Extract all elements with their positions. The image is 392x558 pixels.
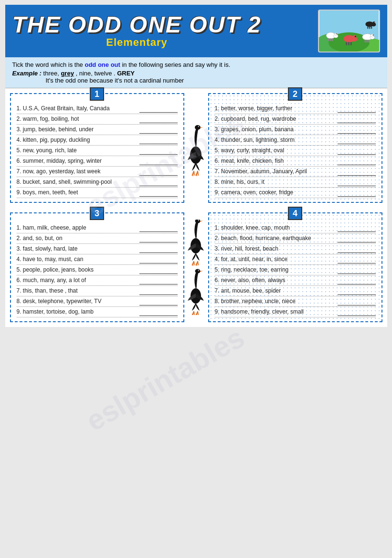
top-row: 1 1. U.S.A, Great Britain, Italy, Canada… <box>5 88 387 208</box>
answer-line[interactable] <box>139 225 178 232</box>
svg-point-39 <box>199 220 199 221</box>
answer-line[interactable] <box>139 179 178 186</box>
answer-line[interactable] <box>338 179 376 186</box>
answer-line[interactable] <box>338 225 376 232</box>
instruction-text2: in the following series and say why it i… <box>120 61 231 68</box>
answer-line[interactable] <box>338 106 376 113</box>
svg-rect-14 <box>350 42 351 45</box>
subtitle: Elementary <box>12 36 262 49</box>
exercise-4-box: 4 1. shoulder, knee, cap, mouth 2. beach… <box>208 212 382 322</box>
list-item: 6. never, also, often, always <box>215 275 376 286</box>
svg-rect-27 <box>369 26 370 29</box>
list-item: 3. jump, beside, behind, under <box>17 125 178 135</box>
list-item: 1. shoulder, knee, cap, mouth <box>215 223 376 233</box>
svg-point-31 <box>374 22 375 23</box>
svg-rect-28 <box>371 26 371 29</box>
answer-line[interactable] <box>139 127 178 134</box>
answer-line[interactable] <box>338 257 376 263</box>
list-item: 8. mine, his, ours, it <box>215 177 376 188</box>
answer-line[interactable] <box>139 288 178 295</box>
answer-line[interactable] <box>338 236 376 242</box>
list-item: 6. summer, midday, spring, winter <box>17 156 178 167</box>
bird-svg-bottom1 <box>185 220 207 315</box>
answer-line[interactable] <box>139 158 178 165</box>
svg-point-35 <box>199 126 199 126</box>
list-item: 4. kitten, pig, puppy, duckling <box>17 135 178 146</box>
example-text2: , nine, twelve . <box>74 70 117 77</box>
answer-line[interactable] <box>338 309 376 316</box>
answer-line[interactable] <box>338 267 376 274</box>
list-item: 8. desk, telephone, typewriter, TV <box>17 296 178 307</box>
answer-line[interactable] <box>338 137 376 144</box>
list-item: 2. beach, flood, hurricane, earthquake <box>215 233 376 244</box>
exercise-1-number: 1 <box>90 87 104 101</box>
answer-line[interactable] <box>139 148 178 155</box>
list-item: 6. much, many, any, a lot of <box>17 275 178 286</box>
list-item: 3. river, hill, forest, beach <box>215 244 376 254</box>
list-item: 5. wavy, curly, straight, oval <box>215 146 376 156</box>
answer-line[interactable] <box>338 278 376 284</box>
svg-rect-19 <box>364 40 366 42</box>
answer-line[interactable] <box>139 190 178 197</box>
svg-point-30 <box>372 21 375 24</box>
svg-rect-20 <box>366 40 368 42</box>
answer-line[interactable] <box>338 299 376 305</box>
svg-rect-5 <box>328 38 329 41</box>
list-item: 2. warm, fog, boiling, hot <box>17 114 178 125</box>
answer-line[interactable] <box>338 148 376 155</box>
list-item: 9. hamster, tortoise, dog, lamb <box>17 307 178 317</box>
svg-point-43 <box>199 270 199 271</box>
exercise-3-items: 1. ham, milk, cheese, apple 2. and, so, … <box>17 223 178 317</box>
answer-line[interactable] <box>338 158 376 165</box>
answer-line[interactable] <box>338 127 376 134</box>
exercise-4-number: 4 <box>288 207 302 220</box>
svg-point-24 <box>372 34 373 35</box>
svg-point-9 <box>334 33 337 36</box>
list-item: 9. handsome, friendly, clever, small <box>215 307 376 317</box>
list-item: 6. meat, knife, chicken, fish <box>215 156 376 167</box>
answer-line[interactable] <box>139 246 178 253</box>
list-item: 1. ham, milk, cheese, apple <box>17 223 178 233</box>
list-item: 5. ring, necklace, toe, earring <box>215 265 376 275</box>
answer-line[interactable] <box>139 309 178 316</box>
answer-line[interactable] <box>139 169 178 176</box>
watermark2: eslprintables <box>80 321 250 438</box>
explanation-text: It's the odd one because it's not a card… <box>46 77 184 84</box>
list-item: 9. boys, men, teeth, feet <box>17 188 178 198</box>
exercise-1-box: 1 1. U.S.A, Great Britain, Italy, Canada… <box>10 93 184 203</box>
svg-rect-13 <box>348 42 350 45</box>
exercise-2-items: 1. better, worse, bigger, further 2. cup… <box>215 104 376 198</box>
answer-line[interactable] <box>139 106 178 113</box>
exercise-3-number: 3 <box>90 207 104 220</box>
answer-line[interactable] <box>139 116 178 123</box>
exercise-2-number: 2 <box>288 87 302 101</box>
example-text: three, <box>43 70 61 77</box>
list-item: 2. cupboard, bed, rug, wardrobe <box>215 114 376 125</box>
answer-line[interactable] <box>139 267 178 274</box>
example-grey: grey <box>61 70 74 77</box>
answer-line[interactable] <box>338 169 376 176</box>
exercise-1-items: 1. U.S.A, Great Britain, Italy, Canada 2… <box>17 104 178 198</box>
exercise-2-box: 2 1. better, worse, bigger, further 2. c… <box>208 93 382 203</box>
answer-line[interactable] <box>139 137 178 144</box>
answer-line[interactable] <box>139 236 178 242</box>
svg-point-33 <box>195 125 201 130</box>
answer-line[interactable] <box>139 278 178 284</box>
instructions-block: Tick the word which is the odd one out i… <box>5 57 387 88</box>
answer-line[interactable] <box>139 257 178 263</box>
list-item: 4. have to, may, must, can <box>17 254 178 265</box>
list-item: 5. people, police, jeans, books <box>17 265 178 275</box>
answer-line[interactable] <box>338 116 376 123</box>
answer-line[interactable] <box>338 190 376 197</box>
answer-line[interactable] <box>338 246 376 253</box>
list-item: 4. for, at, until, near, in, since <box>215 254 376 265</box>
bird-divider-top <box>184 93 208 203</box>
svg-point-37 <box>195 220 201 223</box>
answer-line[interactable] <box>338 288 376 295</box>
svg-rect-26 <box>367 26 368 29</box>
list-item: 7. this, than, these , that <box>17 286 178 296</box>
bottom-row: 3 1. ham, milk, cheese, apple 2. and, so… <box>5 208 387 327</box>
svg-rect-21 <box>368 40 370 42</box>
list-item: 3. grapes, onion, plum, banana <box>215 125 376 135</box>
answer-line[interactable] <box>139 299 178 305</box>
